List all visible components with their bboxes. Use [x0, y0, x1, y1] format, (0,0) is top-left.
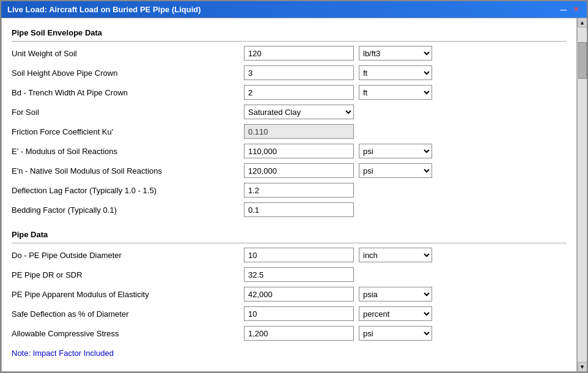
friction-label: Friction Force Coefficient Ku': [12, 127, 244, 136]
deflection-lag-label: Deflection Lag Factor (Typically 1.0 - 1…: [12, 186, 244, 195]
en-native-label: E'n - Native Soil Modulus of Soil Reacti…: [12, 166, 244, 175]
close-button[interactable]: ✕: [571, 6, 581, 14]
friction-row: Friction Force Coefficient Ku': [12, 124, 567, 139]
unit-weight-unit-select[interactable]: lb/ft3kN/m3: [359, 46, 432, 61]
pipe-soil-section-header: Pipe Soil Envelope Data: [12, 26, 567, 42]
allowable-stress-label: Allowable Compressive Stress: [12, 329, 244, 338]
bedding-input[interactable]: [244, 202, 354, 217]
bd-trench-label: Bd - Trench Width At Pipe Crown: [12, 88, 244, 97]
safe-deflection-input[interactable]: [244, 306, 354, 321]
friction-input: [244, 124, 354, 139]
e-prime-label: E' - Modulus of Soil Reactions: [12, 147, 244, 156]
pe-modulus-input[interactable]: [244, 287, 354, 301]
soil-height-row: Soil Height Above Pipe Crown ftm: [12, 65, 567, 81]
e-prime-input[interactable]: [244, 144, 354, 158]
do-diameter-input[interactable]: [244, 248, 354, 262]
bd-trench-unit-select[interactable]: ftm: [359, 85, 432, 100]
for-soil-row: For Soil Saturated Clay Sandy Gravel Sil…: [12, 104, 567, 120]
bd-trench-row: Bd - Trench Width At Pipe Crown ftm: [12, 84, 567, 100]
allowable-stress-unit-select[interactable]: psikPa: [359, 326, 432, 341]
for-soil-select[interactable]: Saturated Clay Sandy Gravel Silty Sand C…: [244, 105, 354, 119]
soil-height-label: Soil Height Above Pipe Crown: [12, 68, 244, 78]
pe-modulus-label: PE Pipe Apparent Modulus of Elasticity: [12, 290, 244, 299]
en-native-row: E'n - Native Soil Modulus of Soil Reacti…: [12, 163, 567, 179]
main-content: Pipe Soil Envelope Data Unit Weight of S…: [1, 18, 577, 372]
deflection-lag-row: Deflection Lag Factor (Typically 1.0 - 1…: [12, 182, 567, 198]
pe-dr-input[interactable]: [244, 267, 354, 282]
allowable-stress-input[interactable]: [244, 326, 354, 341]
title-controls: — ✕: [559, 6, 581, 14]
for-soil-label: For Soil: [12, 108, 244, 117]
soil-height-unit-select[interactable]: ftm: [359, 65, 432, 80]
window-title: Live Load: Aircraft Load on Buried PE Pi…: [7, 5, 201, 14]
content-area: Pipe Soil Envelope Data Unit Weight of S…: [1, 18, 587, 372]
safe-deflection-unit-select[interactable]: percent: [359, 306, 432, 321]
minimize-button[interactable]: —: [559, 6, 568, 14]
e-prime-row: E' - Modulus of Soil Reactions psikPa: [12, 143, 567, 159]
note-text: Note: Impact Factor Included: [12, 349, 567, 358]
deflection-lag-input[interactable]: [244, 183, 354, 198]
bedding-label: Bedding Factor (Typically 0.1): [12, 205, 244, 215]
scrollbar-down-arrow[interactable]: ▼: [578, 362, 587, 372]
safe-deflection-row: Safe Deflection as % of Diameter percent: [12, 306, 567, 322]
pe-dr-row: PE Pipe DR or SDR: [12, 267, 567, 283]
main-window: Live Load: Aircraft Load on Buried PE Pi…: [0, 0, 588, 373]
pe-modulus-row: PE Pipe Apparent Modulus of Elasticity p…: [12, 286, 567, 302]
unit-weight-label: Unit Weight of Soil: [12, 49, 244, 58]
title-bar: Live Load: Aircraft Load on Buried PE Pi…: [1, 1, 587, 18]
unit-weight-input[interactable]: [244, 46, 354, 61]
en-native-unit-select[interactable]: psikPa: [359, 163, 432, 178]
do-diameter-label: Do - PE Pipe Outside Diameter: [12, 251, 244, 260]
do-diameter-row: Do - PE Pipe Outside Diameter inchmm: [12, 247, 567, 263]
bd-trench-input[interactable]: [244, 85, 354, 100]
scrollbar: ▲ ▼: [577, 18, 587, 372]
allowable-stress-row: Allowable Compressive Stress psikPa: [12, 325, 567, 341]
scrollbar-up-arrow[interactable]: ▲: [578, 18, 587, 28]
pipe-data-section-header: Pipe Data: [12, 227, 567, 243]
en-native-input[interactable]: [244, 163, 354, 178]
soil-height-input[interactable]: [244, 65, 354, 80]
unit-weight-row: Unit Weight of Soil lb/ft3kN/m3: [12, 45, 567, 61]
e-prime-unit-select[interactable]: psikPa: [359, 144, 432, 158]
pe-dr-label: PE Pipe DR or SDR: [12, 270, 244, 279]
pe-modulus-unit-select[interactable]: psiakPa: [359, 287, 432, 301]
bedding-row: Bedding Factor (Typically 0.1): [12, 202, 567, 218]
safe-deflection-label: Safe Deflection as % of Diameter: [12, 309, 244, 319]
do-diameter-unit-select[interactable]: inchmm: [359, 248, 432, 262]
scrollbar-thumb[interactable]: [578, 42, 587, 79]
